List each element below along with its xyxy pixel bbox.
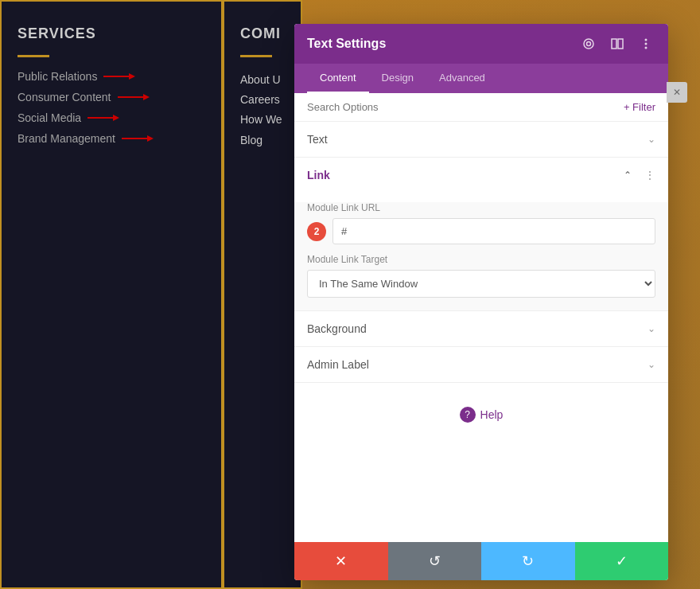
- text-section: Text ⌄: [294, 122, 668, 158]
- svg-rect-11: [618, 39, 623, 49]
- link-section: Link ⌃ ⋮ Module Link URL 2 Module Link T…: [294, 158, 668, 311]
- svg-rect-10: [612, 39, 616, 49]
- tab-content[interactable]: Content: [307, 64, 369, 93]
- url-field-row: 2: [307, 218, 655, 244]
- admin-label-section: Admin Label ⌄: [294, 347, 668, 383]
- panel-footer: ✕ ↺ ↻ ✓: [294, 542, 668, 580]
- undo-button[interactable]: ↺: [388, 542, 482, 580]
- link-options-icon[interactable]: ⋮: [644, 169, 655, 181]
- spacer: [294, 447, 668, 542]
- panel-header: Text Settings: [294, 24, 668, 64]
- more-icon[interactable]: [636, 34, 655, 53]
- url-input[interactable]: [332, 218, 655, 244]
- text-settings-panel: Text Settings Content Design Advanced + …: [294, 24, 668, 580]
- step-badge: 2: [307, 222, 326, 241]
- svg-point-12: [645, 39, 648, 41]
- link-section-header[interactable]: Link ⌃ ⋮: [294, 158, 668, 193]
- columns-icon[interactable]: [608, 34, 627, 53]
- text-chevron-icon: ⌄: [648, 134, 655, 145]
- preview-icon[interactable]: [579, 34, 598, 53]
- background-section-header[interactable]: Background ⌄: [294, 311, 668, 346]
- background-section-label: Background: [307, 322, 367, 335]
- url-field-label: Module Link URL: [307, 202, 655, 213]
- link-section-label: Link: [307, 169, 330, 181]
- filter-button[interactable]: + Filter: [624, 101, 655, 113]
- svg-point-9: [587, 42, 591, 46]
- search-bar: + Filter: [294, 93, 668, 122]
- redo-button[interactable]: ↻: [481, 542, 575, 580]
- svg-point-8: [584, 39, 593, 49]
- target-select[interactable]: In The Same Window In A New Tab In A New…: [307, 270, 655, 298]
- svg-point-13: [645, 43, 648, 45]
- tab-design[interactable]: Design: [369, 64, 426, 93]
- header-icons: [579, 34, 655, 53]
- tab-advanced[interactable]: Advanced: [426, 64, 498, 93]
- panel-body: Text ⌄ Link ⌃ ⋮ Module Link URL 2 Module…: [294, 122, 668, 542]
- panel-tabs: Content Design Advanced: [294, 64, 668, 93]
- admin-label-chevron-icon: ⌄: [648, 359, 655, 370]
- panel-title: Text Settings: [307, 37, 386, 51]
- admin-label-section-label: Admin Label: [307, 358, 369, 371]
- background-section: Background ⌄: [294, 311, 668, 347]
- panel-close-button[interactable]: ✕: [667, 82, 687, 103]
- cancel-button[interactable]: ✕: [294, 542, 388, 580]
- background-chevron-icon: ⌄: [648, 323, 655, 334]
- link-chevron-icon: ⌃: [624, 170, 632, 181]
- text-section-label: Text: [307, 133, 328, 146]
- help-icon: ?: [460, 407, 476, 423]
- admin-label-section-header[interactable]: Admin Label ⌄: [294, 347, 668, 382]
- text-section-header[interactable]: Text ⌄: [294, 122, 668, 157]
- link-section-content: Module Link URL 2 Module Link Target In …: [294, 202, 668, 310]
- target-field-label: Module Link Target: [307, 254, 655, 265]
- svg-point-14: [645, 47, 648, 49]
- help-label[interactable]: Help: [480, 408, 504, 421]
- search-input[interactable]: [307, 101, 624, 113]
- save-button[interactable]: ✓: [575, 542, 669, 580]
- help-section: ? Help: [294, 383, 668, 447]
